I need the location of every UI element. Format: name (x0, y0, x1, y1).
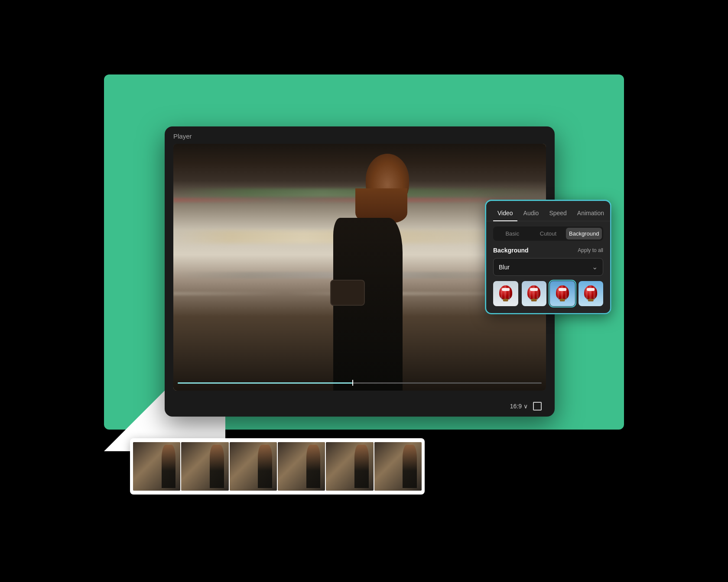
dropdown-arrow-icon: ⌄ (592, 263, 598, 271)
sub-tabs: Basic Cutout Background (493, 226, 603, 241)
blur-dropdown[interactable]: Blur ⌄ (493, 258, 603, 276)
apply-all-button[interactable]: Apply to all (578, 247, 603, 253)
panel-tabs: Video Audio Speed Animation (486, 201, 610, 221)
filmstrip-thumb-3[interactable] (230, 442, 277, 491)
filmstrip (130, 438, 425, 495)
player-label: Player (173, 133, 192, 140)
section-header: Background Apply to all (486, 247, 610, 258)
sub-tab-background[interactable]: Background (566, 228, 602, 239)
background-thumb-4[interactable] (578, 281, 604, 306)
filmstrip-thumb-1[interactable] (133, 442, 180, 491)
tab-video[interactable]: Video (493, 207, 517, 221)
dropdown-value: Blur (499, 264, 510, 271)
filmstrip-thumb-5[interactable] (326, 442, 373, 491)
filmstrip-thumb-4[interactable] (278, 442, 325, 491)
background-thumb-1[interactable] (493, 281, 518, 306)
background-thumb-3[interactable] (550, 281, 575, 306)
background-thumbnails (486, 281, 610, 306)
section-title: Background (493, 247, 529, 254)
bottom-controls: 16:9 ∨ (510, 402, 542, 411)
sub-tab-basic[interactable]: Basic (494, 228, 530, 239)
aspect-ratio-chevron: ∨ (523, 403, 528, 410)
aspect-ratio-label: 16:9 (510, 403, 522, 410)
filmstrip-thumb-2[interactable] (181, 442, 228, 491)
tab-audio[interactable]: Audio (519, 207, 543, 221)
filmstrip-thumb-6[interactable] (374, 442, 422, 491)
aspect-ratio-button[interactable]: 16:9 ∨ (510, 403, 528, 410)
background-thumb-2[interactable] (522, 281, 547, 306)
tab-animation[interactable]: Animation (573, 207, 608, 221)
fullscreen-button[interactable] (533, 402, 542, 411)
tab-speed[interactable]: Speed (545, 207, 571, 221)
sub-tab-cutout[interactable]: Cutout (530, 228, 566, 239)
properties-panel: Video Audio Speed Animation Basic Cutout… (485, 200, 611, 314)
